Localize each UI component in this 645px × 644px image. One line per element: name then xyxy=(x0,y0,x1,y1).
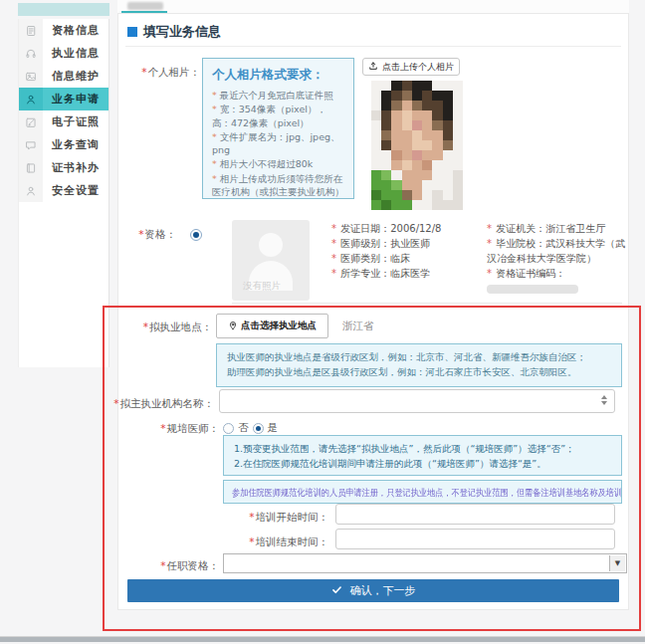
photo-requirements-title: 个人相片格式要求： xyxy=(212,67,344,84)
job-qualification-select[interactable]: ▼ xyxy=(223,553,627,573)
sidebar-item-label: 信息维护 xyxy=(43,65,108,88)
sidebar-item-label: 证书补办 xyxy=(43,156,108,179)
sidebar-item[interactable]: 安全设置 xyxy=(19,179,108,202)
qualification-fields-left: * 发证日期：2006/12/8* 医师级别：执业医师* 医师类别：临床* 所学… xyxy=(331,221,481,281)
portrait-photo xyxy=(371,81,463,210)
upload-icon xyxy=(368,61,378,73)
sidebar-item-label: 安全设置 xyxy=(43,179,108,202)
qualification-field: * 发证机关：浙江省卫生厅 xyxy=(487,221,628,236)
confirm-next-button[interactable]: 确认，下一步 xyxy=(127,579,619,602)
trainee-hint-box: 1.预变更执业范围，请先选择“拟执业地点”，然后此项（“规培医师”）选择“否”；… xyxy=(223,435,622,476)
trainee-option-yes-label: 是 xyxy=(268,421,279,435)
photo-requirements-box: 个人相片格式要求： * 最近六个月免冠白底证件照* 宽：354像素（pixel）… xyxy=(202,58,354,199)
location-pin-icon xyxy=(228,321,238,332)
training-start-label: *培训开始时间： xyxy=(209,511,328,525)
sidebar-item[interactable]: 证书补办 xyxy=(19,156,108,179)
trainee-radio-group: 否 是 xyxy=(223,421,278,435)
sidebar-item[interactable]: 业务申请 xyxy=(19,88,108,110)
location-hint-box: 执业医师的执业地点是省级行政区划，例如：北京市、河北省、新疆维吾尔族自治区； 助… xyxy=(216,343,622,387)
divider xyxy=(232,303,622,304)
upload-photo-button[interactable]: 点击上传个人相片 xyxy=(362,58,460,76)
sidebar-item-label: 电子证照 xyxy=(43,110,108,133)
qualification-field: * 资格证书编码： xyxy=(487,266,628,296)
trainee-option-no-label: 否 xyxy=(238,421,249,435)
redacted-value xyxy=(487,285,578,294)
requirement-item: * 宽：354像素（pixel），高：472像素（pixel） xyxy=(212,103,344,129)
sidebar-item-label: 执业信息 xyxy=(43,42,108,65)
requirement-item: * 相片上传成功后须等待您所在医疗机构（或拟主要执业机构）审核 xyxy=(212,172,344,199)
trainee-radio-yes[interactable] xyxy=(253,423,264,434)
spinner-arrows-icon xyxy=(601,395,607,405)
document-icon xyxy=(19,19,43,42)
qualification-field: * 所学专业：临床医学 xyxy=(331,266,481,281)
qualification-field: * 发证日期：2006/12/8 xyxy=(331,221,481,236)
divider xyxy=(125,46,621,47)
check-icon xyxy=(331,584,342,598)
sidebar-item[interactable]: 资格信息 xyxy=(19,19,108,42)
photo-requirements-list: * 最近六个月免冠白底证件照* 宽：354像素（pixel），高：472像素（p… xyxy=(212,89,344,199)
edit-icon xyxy=(19,110,43,133)
qualification-field: * 医师级别：执业医师 xyxy=(331,236,481,251)
qualification-radio[interactable] xyxy=(190,229,202,241)
trainee-note-box: 参加住院医师规范化培训的人员申请注册，只登记执业地点，不登记执业范围，但需备注培… xyxy=(223,480,622,504)
dropdown-arrow-icon[interactable]: ▼ xyxy=(609,555,625,571)
personal-photo-label: *个人相片： xyxy=(124,66,200,80)
training-end-label: *培训结束时间： xyxy=(209,536,328,549)
training-start-input[interactable] xyxy=(335,504,615,525)
qualification-field: * 医师类别：临床 xyxy=(331,251,481,266)
qualification-field: * 毕业院校：武汉科技大学（武汉冶金科技大学医学院） xyxy=(487,236,628,266)
book-icon xyxy=(19,156,43,179)
sidebar-item-label: 业务申请 xyxy=(43,88,108,110)
training-end-input[interactable] xyxy=(335,529,615,549)
tab-strip xyxy=(117,0,629,13)
sidebar-menu: 资格信息执业信息信息维护业务申请电子证照业务查询证书补办安全设置 xyxy=(18,19,109,367)
selected-location-text: 浙江省 xyxy=(342,320,374,333)
user-gear-icon xyxy=(19,179,43,202)
no-photo-text: 没有照片 xyxy=(243,280,281,293)
requirement-item: * 最近六个月免冠白底证件照 xyxy=(212,89,344,102)
sidebar-item-label: 资格信息 xyxy=(43,19,108,42)
sidebar-item-label: 业务查询 xyxy=(43,133,108,156)
org-name-select[interactable] xyxy=(219,389,615,413)
job-qualification-label: *任职资格： xyxy=(129,559,219,573)
user-icon xyxy=(19,88,43,110)
trainee-radio-no[interactable] xyxy=(223,423,234,434)
org-name-label: *拟主执业机构名称： xyxy=(105,397,214,411)
sidebar-item[interactable]: 业务查询 xyxy=(19,133,108,156)
page: 资格信息执业信息信息维护业务申请电子证照业务查询证书补办安全设置 填写业务信息 … xyxy=(0,0,645,644)
title-bullet-square xyxy=(127,27,137,37)
qualification-fields-right: * 发证机关：浙江省卫生厅* 毕业院校：武汉科技大学（武汉冶金科技大学医学院）*… xyxy=(487,221,628,296)
requirement-item: * 文件扩展名为：jpg、jpeg、png xyxy=(212,130,344,157)
qualification-label: *资格： xyxy=(124,228,176,242)
bottom-scrollbar[interactable] xyxy=(0,637,645,642)
practice-location-label: *拟执业地点： xyxy=(119,321,212,334)
active-tab-redacted[interactable] xyxy=(127,2,163,10)
sidebar-item[interactable]: 执业信息 xyxy=(19,42,108,65)
sidebar-item[interactable]: 信息维护 xyxy=(19,65,108,88)
headset-icon xyxy=(19,42,43,65)
silhouette-head xyxy=(259,233,283,257)
sidebar-item[interactable]: 电子证照 xyxy=(19,110,108,133)
photo-icon xyxy=(19,65,43,88)
no-photo-placeholder: 没有照片 xyxy=(232,220,310,301)
requirement-item: * 相片大小不得超过80k xyxy=(212,157,344,170)
chat-icon xyxy=(19,133,43,156)
trainee-label: *规培医师： xyxy=(124,422,219,436)
page-title: 填写业务信息 xyxy=(127,23,221,41)
sidebar-top-accent xyxy=(18,3,109,16)
select-practice-location-button[interactable]: 点击选择执业地点 xyxy=(216,314,328,338)
